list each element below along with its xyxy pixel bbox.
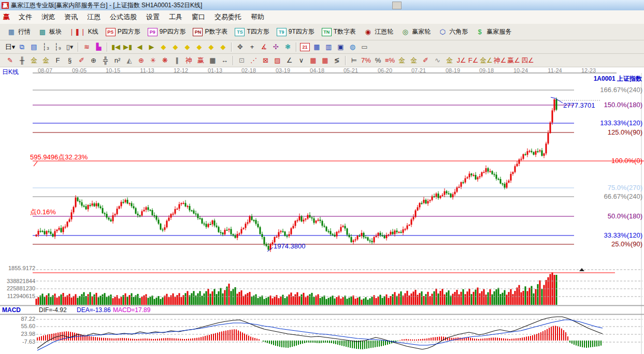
toolbar-button-gann-diamond-up[interactable]: ◆ [206, 42, 217, 52]
toolbar-button-shen-angle[interactable]: 神∠ [494, 55, 507, 66]
toolbar-button-pen-ruler[interactable]: ✐ [76, 55, 87, 66]
toolbar-button-crosshair-tool[interactable]: + [247, 42, 257, 52]
toolbar-button-remote-pc-tool[interactable]: ▭ [359, 42, 370, 52]
toolbar-button-gann-diamond-grid[interactable]: ◆ [218, 42, 228, 52]
toolbar-button-golden-section[interactable]: 金 [28, 55, 39, 66]
menu-item-4[interactable]: 江恩 [82, 13, 105, 21]
toolbar-button-ying-ruler[interactable]: 赢 [195, 55, 206, 66]
menu-item-6[interactable]: 设置 [141, 13, 164, 21]
toolbar-button-red-grid-2[interactable]: ▦ [320, 55, 331, 66]
toolbar-button-angle-measure-tool[interactable]: ∡ [259, 42, 269, 52]
chart-area[interactable]: 日K线08-0709-0510-1511-1312-1201-1302-1803… [0, 67, 644, 354]
toolbar-button-wave-overlay[interactable]: ∿ [432, 55, 443, 66]
tools-separator [78, 42, 79, 52]
toolbar-button-radial-web[interactable]: ✳ [148, 55, 159, 66]
toolbar-button-dense-grid[interactable]: ╬ [100, 55, 111, 66]
toolbar-button-check-lines[interactable]: ∨ [296, 55, 307, 66]
toolbar-button-candle-style-dropdown[interactable]: ▯▾ [64, 42, 75, 52]
toolbar-button-save-tool[interactable]: ▣ [335, 42, 346, 52]
toolbar-button-diag-box[interactable]: ⊠ [260, 55, 271, 66]
toolbar-button-j-angle[interactable]: J∠ [456, 55, 467, 66]
menu-item-3[interactable]: 资讯 [60, 13, 82, 21]
toolbar-button-bars-3[interactable]: ┆₃ [40, 42, 51, 52]
toolbar-button-price-ruler[interactable]: ∥ [171, 55, 182, 66]
toolbar-button-gann-marker-tool[interactable]: ✣ [270, 42, 281, 52]
toolbar-button-period-dropdown[interactable]: 日▾ [5, 42, 16, 52]
annotation-low_label: 1974.3800 [274, 242, 305, 250]
toolbar-button-pan-hand-tool[interactable]: ✥ [235, 42, 246, 52]
menu-item-7[interactable]: 工具 [164, 13, 187, 21]
toolbar-button-t-number-table[interactable]: TNT数字表 [318, 24, 360, 40]
toolbar-button-brush-tool[interactable]: ✐ [420, 55, 431, 66]
toolbar-button-last-page[interactable]: ▶▮ [122, 42, 133, 52]
toolbar-button-golden-section-2[interactable]: 金 [40, 55, 51, 66]
toolbar-button-corner-box[interactable]: ⊡ [236, 55, 247, 66]
menu-item-5[interactable]: 公式选股 [105, 13, 141, 21]
menu-item-9[interactable]: 交易委托 [210, 13, 246, 21]
toolbar-button-target-circle[interactable]: ⊕ [136, 55, 147, 66]
toolbar-button-first-page[interactable]: ▮◀ [110, 42, 121, 52]
toolbar-button-percent-drop[interactable]: 7% [361, 55, 371, 66]
toolbar-button-kline[interactable]: ❘❚❘K线 [65, 24, 102, 40]
toolbar-button-gann-diamond-right[interactable]: ◆ [170, 42, 181, 52]
toolbar-button-zigzag-overlay[interactable]: ≋ [81, 42, 92, 52]
toolbar-button-t-square[interactable]: TST四方形 [231, 24, 273, 40]
toolbar-button-sectors[interactable]: ▩板块 [34, 24, 65, 40]
toolbar-button-bars-9[interactable]: ┆₉ [52, 42, 63, 52]
toolbar-button-gold-lines-tool[interactable]: 金 [408, 55, 419, 66]
toolbar-button-winner-service[interactable]: $赢家服务 [471, 24, 515, 40]
menu-item-8[interactable]: 窗口 [187, 13, 210, 21]
menu-item-10[interactable]: 帮助 [246, 13, 269, 21]
toolbar-button-grid-ruler[interactable]: ╫ [17, 55, 27, 66]
toolbar-button-span-measure[interactable]: ↔ [219, 55, 230, 66]
toolbar-button-9t-square[interactable]: T99T四方形 [273, 24, 318, 40]
toolbar-button-web-box[interactable]: ▨ [272, 55, 283, 66]
toolbar-button-grid-measure[interactable]: ▦ [207, 55, 218, 66]
toolbar-button-calendar-tool[interactable]: 21 [299, 42, 310, 52]
toolbar-button-gold-base-tool[interactable]: 金 [444, 55, 455, 66]
toolbar-button-gann-diamond-shrink[interactable]: ◆ [194, 42, 205, 52]
toolbar-button-shen-ruler[interactable]: 神 [183, 55, 194, 66]
toolbar-button-fibo-ruler[interactable]: F [52, 55, 63, 66]
toolbar-button-gold-angle[interactable]: 金∠ [480, 55, 493, 66]
toolbar-button-info-view[interactable]: ▤ [28, 42, 39, 52]
toolbar-button-stats-tool[interactable]: ❃ [282, 42, 293, 52]
toolbar-button-web-sync-tool[interactable]: ◍ [347, 42, 358, 52]
toolbar-button-volume-colors[interactable]: ▙ [93, 42, 104, 52]
toolbar-button-parallel-lines[interactable]: ≶ [332, 55, 342, 66]
toolbar-button-percent-tool[interactable]: % [373, 55, 383, 66]
toolbar-button-gann-wheel[interactable]: ◉江恩轮 [360, 24, 397, 40]
toolbar-button-scale-tool[interactable]: ⊨ [349, 55, 360, 66]
toolbar-button-formula-pattern[interactable]: ⧉ [17, 42, 27, 52]
toolbar-button-winner-wheel[interactable]: ◎赢家轮 [397, 24, 434, 40]
toolbar-button-hexagon[interactable]: ⬡六角形 [434, 24, 471, 40]
toolbar-button-calculator-tool[interactable]: ▦ [311, 42, 322, 52]
toolbar-button-gann-circle[interactable]: ⊕ [88, 55, 99, 66]
toolbar-button-p-number-table[interactable]: PNP数字表 [189, 24, 231, 40]
toolbar-button-next-candle[interactable]: ▶ [146, 42, 157, 52]
toolbar-button-ying-angle[interactable]: 赢∠ [507, 55, 520, 66]
toolbar-button-angle-fan[interactable]: ∠ [284, 55, 295, 66]
toolbar-button-report-tool[interactable]: ▥ [323, 42, 334, 52]
toolbar-button-prev-candle[interactable]: ◀ [134, 42, 145, 52]
toolbar-button-spider-web[interactable]: ❋ [160, 55, 170, 66]
toolbar-button-mirror-angle[interactable]: ◭ [124, 55, 135, 66]
toolbar-button-p-square[interactable]: PSP四方形 [102, 24, 144, 40]
title-bar[interactable]: 赢 赢家江恩专业版[赢家内部服务平台] - [上证指数 SH1A0001-352… [0, 0, 644, 11]
menu-item-1[interactable]: 文件 [14, 13, 37, 21]
toolbar-button-gann-diamond-left[interactable]: ◆ [158, 42, 169, 52]
toolbar-button-fan-lines[interactable]: ⋰ [248, 55, 259, 66]
toolbar-button-f-angle[interactable]: F∠ [468, 55, 479, 66]
toolbar-button-spiral-tool[interactable]: § [64, 55, 75, 66]
toolbar-button-red-grid[interactable]: ▦ [308, 55, 319, 66]
toolbar-button-gold-circle-tool[interactable]: 金 [396, 55, 407, 66]
toolbar-button-market-quotes[interactable]: ▦行情 [3, 24, 34, 40]
toolbar-button-gann-diamond-expand[interactable]: ◆ [182, 42, 193, 52]
toolbar-button-n2-ruler[interactable]: n² [112, 55, 123, 66]
window-control-button[interactable] [392, 2, 402, 9]
toolbar-button-si-angle[interactable]: 四∠ [521, 55, 534, 66]
toolbar-button-percent-lines[interactable]: ≡% [384, 55, 395, 66]
menu-item-2[interactable]: 浏览 [37, 13, 60, 21]
toolbar-button-9p-square[interactable]: P99P四方形 [144, 24, 190, 40]
toolbar-button-pen-tool[interactable]: ✎ [5, 55, 16, 66]
